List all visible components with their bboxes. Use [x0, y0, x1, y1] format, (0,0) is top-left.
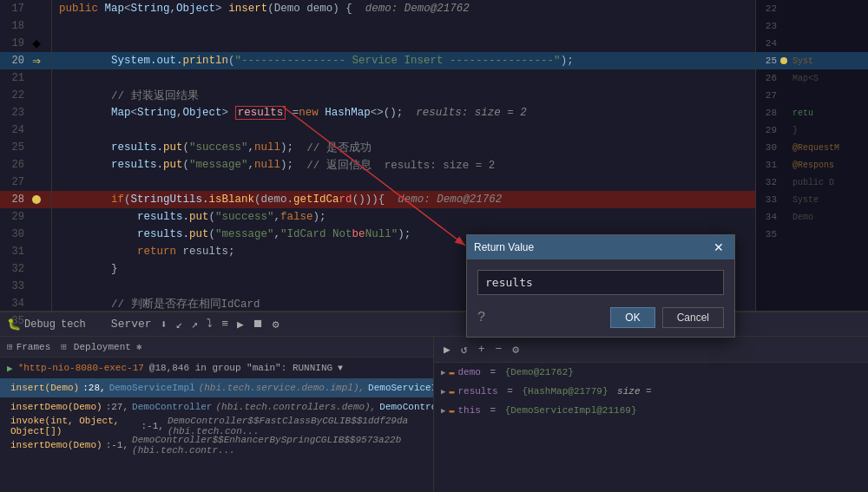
- ok-button[interactable]: OK: [610, 307, 654, 328]
- help-icon[interactable]: ?: [477, 310, 486, 325]
- dialog-titlebar: Return Value ✕: [467, 235, 734, 259]
- dialog-close-button[interactable]: ✕: [710, 239, 727, 255]
- cancel-button[interactable]: Cancel: [662, 307, 724, 328]
- dialog-overlay: Return Value ✕ ? OK Cancel: [0, 0, 868, 492]
- return-value-input[interactable]: [477, 270, 724, 295]
- return-value-dialog: Return Value ✕ ? OK Cancel: [466, 234, 735, 338]
- dialog-footer: ? OK Cancel: [467, 302, 734, 337]
- dialog-body: [467, 259, 734, 302]
- dialog-title: Return Value: [474, 241, 534, 253]
